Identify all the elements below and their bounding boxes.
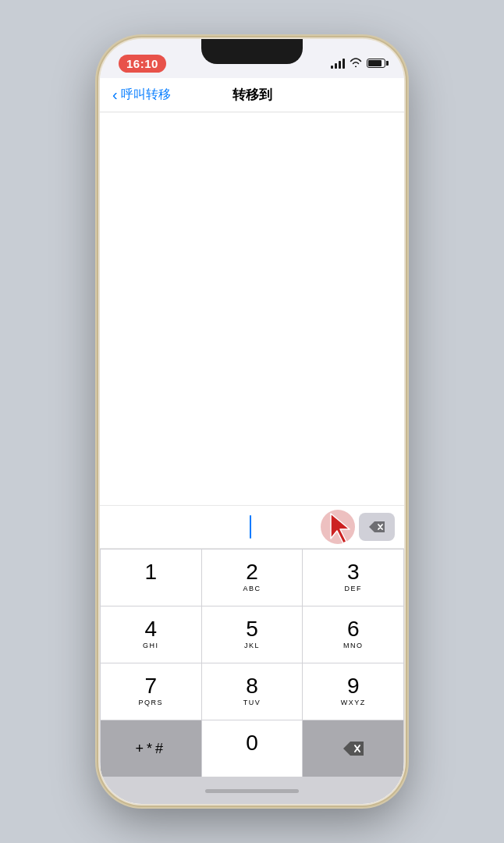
key-9-letters: WXYZ (341, 699, 366, 708)
key-4-letters: GHI (143, 642, 159, 651)
key-2-number: 2 (246, 561, 258, 583)
back-label: 呼叫转移 (121, 87, 171, 103)
page-title: 转移到 (232, 86, 272, 104)
key-6[interactable]: 6 MNO (303, 606, 403, 663)
key-4[interactable]: 4 GHI (101, 606, 201, 663)
key-4-number: 4 (145, 618, 158, 640)
key-5-letters: JKL (244, 642, 260, 651)
key-8-number: 8 (246, 675, 258, 697)
key-symbols[interactable]: +*# (101, 720, 201, 777)
screen: 16:10 ‹ (100, 39, 404, 804)
chevron-left-icon: ‹ (112, 86, 118, 104)
key-5[interactable]: 5 JKL (202, 606, 303, 663)
text-cursor (250, 515, 251, 539)
key-3-letters: DEF (344, 585, 362, 594)
key-7-letters: PQRS (139, 699, 164, 708)
key-1[interactable]: 1 (101, 550, 201, 606)
svg-marker-0 (331, 514, 350, 543)
signal-bars-icon (331, 58, 345, 69)
delete-button[interactable] (359, 513, 395, 541)
key-6-letters: MNO (343, 642, 364, 651)
key-3[interactable]: 3 DEF (303, 550, 403, 606)
cursor-overlay (318, 507, 357, 546)
back-button[interactable]: ‹ 呼叫转移 (112, 87, 171, 104)
key-1-number: 1 (145, 561, 158, 583)
key-symbols-label: +*# (136, 741, 167, 757)
key-6-number: 6 (347, 618, 360, 640)
content-area (100, 112, 404, 505)
key-0[interactable]: 0 (202, 720, 303, 777)
key-8-letters: TUV (243, 699, 261, 708)
backspace-icon (368, 521, 385, 533)
key-delete[interactable] (303, 720, 403, 777)
battery-fill (368, 60, 382, 66)
status-bar: 16:10 (100, 39, 404, 78)
key-0-number: 0 (246, 732, 258, 754)
notch (201, 39, 303, 64)
keypad: 1 2 ABC 3 DEF 4 GHI 5 JKL 6 MNO (100, 549, 404, 777)
status-time: 16:10 (119, 55, 166, 73)
status-icons (331, 57, 385, 69)
cursor-arrow-icon (326, 510, 354, 545)
battery-icon (367, 59, 385, 68)
key-9[interactable]: 9 WXYZ (303, 663, 403, 720)
home-bar (205, 789, 299, 793)
key-2[interactable]: 2 ABC (202, 550, 303, 606)
wifi-icon (350, 57, 362, 69)
key-7-number: 7 (145, 675, 158, 697)
home-indicator-area (100, 777, 404, 804)
key-3-number: 3 (347, 561, 360, 583)
key-2-letters: ABC (243, 585, 261, 594)
key-7[interactable]: 7 PQRS (101, 663, 201, 720)
phone-frame: 16:10 ‹ (100, 39, 404, 804)
key-5-number: 5 (246, 618, 258, 640)
backspace-key-icon (343, 741, 364, 756)
key-8[interactable]: 8 TUV (202, 663, 303, 720)
key-9-number: 9 (347, 675, 360, 697)
nav-bar: ‹ 呼叫转移 转移到 (100, 78, 404, 112)
phone-input-display[interactable] (100, 505, 404, 549)
